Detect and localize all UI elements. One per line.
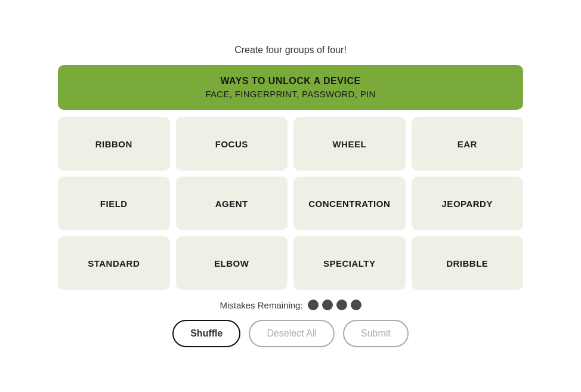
submit-button[interactable]: Submit [343, 320, 409, 347]
card-text: EAR [453, 139, 482, 149]
word-card-jeopardy[interactable]: JEOPARDY [412, 177, 524, 230]
instructions-text: Create four groups of four! [234, 45, 347, 55]
card-text: RIBBON [91, 139, 137, 149]
solved-group-title: WAYS TO UNLOCK A DEVICE [70, 76, 511, 87]
card-text: JEOPARDY [437, 199, 497, 209]
word-card-ear[interactable]: EAR [412, 117, 524, 171]
mistakes-dots [308, 300, 361, 310]
card-text: FIELD [95, 199, 132, 209]
word-card-specialty[interactable]: SPECIALTY [293, 236, 406, 290]
word-grid: RIBBONFOCUSWHEELEARFIELDAGENTCONCENTRATI… [58, 117, 523, 290]
mistake-dot [351, 300, 361, 310]
buttons-area: Shuffle Deselect All Submit [172, 320, 409, 347]
card-text: STANDARD [83, 258, 144, 268]
card-text: ELBOW [209, 258, 254, 268]
game-container: Create four groups of four! WAYS TO UNLO… [58, 45, 523, 347]
card-text: CONCENTRATION [304, 199, 395, 209]
mistake-dot [322, 300, 333, 310]
card-text: DRIBBLE [441, 258, 493, 268]
card-text: SPECIALTY [319, 258, 381, 268]
word-card-ribbon[interactable]: RIBBON [58, 117, 170, 171]
card-text: FOCUS [211, 139, 253, 149]
word-card-field[interactable]: FIELD [58, 177, 170, 230]
word-card-standard[interactable]: STANDARD [58, 236, 170, 290]
word-card-agent[interactable]: AGENT [176, 177, 288, 230]
card-text: WHEEL [327, 139, 371, 149]
solved-group: WAYS TO UNLOCK A DEVICE FACE, FINGERPRIN… [58, 65, 523, 110]
word-card-elbow[interactable]: ELBOW [176, 236, 288, 290]
word-card-dribble[interactable]: DRIBBLE [412, 236, 524, 290]
mistake-dot [308, 300, 319, 310]
word-card-wheel[interactable]: WHEEL [293, 117, 406, 171]
mistakes-label: Mistakes Remaining: [220, 300, 302, 310]
shuffle-button[interactable]: Shuffle [172, 320, 240, 347]
solved-group-words: FACE, FINGERPRINT, PASSWORD, PIN [70, 89, 511, 99]
word-card-focus[interactable]: FOCUS [176, 117, 288, 171]
card-text: AGENT [211, 199, 253, 209]
deselect-all-button[interactable]: Deselect All [249, 320, 335, 347]
word-card-concentration[interactable]: CONCENTRATION [293, 177, 406, 230]
mistake-dot [336, 300, 347, 310]
mistakes-area: Mistakes Remaining: [220, 300, 361, 310]
